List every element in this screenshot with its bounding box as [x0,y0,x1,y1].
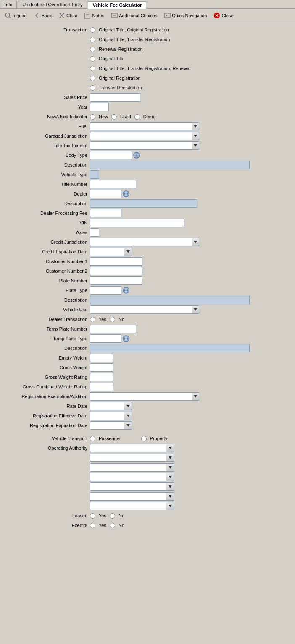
transaction-radio-1[interactable] [90,27,95,33]
registration-effective-date-label: Registration Effective Date [2,413,90,418]
dealer-transaction-no-label: No [119,317,124,322]
leased-yes-label: Yes [99,513,106,518]
operating-authority-wrapper-2 [90,454,174,462]
used-radio[interactable] [111,114,117,120]
transaction-option-5-label: Original Title, Transfer Registration, R… [99,66,190,71]
title-tax-exempt-select[interactable] [90,141,199,150]
garaged-jurisdiction-wrapper [90,132,199,140]
vehicle-use-select[interactable] [90,305,199,314]
body-type-input[interactable] [90,151,132,159]
registration-exemption-label: Registration Exemption/Addition [2,394,90,399]
gross-weight-rating-label: Gross Weight Rating [2,375,90,380]
vehicle-transport-label: Vehicle Transport [2,436,90,441]
gross-combined-weight-rating-input[interactable] [90,383,113,391]
temp-plate-number-row: Temp Plate Number [2,325,293,333]
transaction-radio-6[interactable] [90,76,95,81]
passenger-radio[interactable] [90,436,95,441]
fuel-select[interactable] [90,122,199,130]
vin-label: VIN [2,220,90,225]
gross-weight-input[interactable] [90,363,113,372]
close-button[interactable]: Close [211,11,236,20]
credit-jurisdiction-wrapper [90,238,199,246]
tab-info[interactable]: Info [0,1,17,8]
transaction-radio-7[interactable] [90,85,95,91]
toolbar: Inquire Back Clear Notes Additional Choi… [0,9,295,22]
vehicle-transport-row: Vehicle Transport Passenger Property [2,434,293,443]
svg-line-1 [9,17,11,18]
clear-button[interactable]: Clear [55,11,80,20]
plate-type-globe-icon[interactable] [122,287,130,294]
temp-description-label: Description [2,346,90,351]
customer-number-1-input[interactable] [90,257,142,266]
dealer-input[interactable] [90,190,121,198]
tab-unidentified[interactable]: Unidentified Over/Short Entry [18,1,87,8]
body-type-description-input [90,161,250,169]
year-input[interactable] [90,103,109,111]
dealer-transaction-no-radio[interactable] [110,317,115,322]
sales-price-input[interactable] [90,93,140,102]
transaction-radio-5[interactable] [90,66,95,71]
back-button[interactable]: Back [31,11,55,20]
title-number-label: Title Number [2,182,90,187]
property-radio[interactable] [141,436,147,441]
operating-authority-select-1[interactable] [90,444,174,452]
axles-input[interactable] [90,228,99,237]
operating-authority-select-7[interactable] [90,502,174,510]
dealer-processing-fee-input[interactable] [90,209,121,217]
operating-authority-select-4[interactable] [90,473,174,481]
credit-expiration-date-wrapper [90,248,132,256]
transaction-radio-3[interactable] [90,47,95,52]
transaction-row-3: Renewal Registration [2,45,293,53]
transaction-row-7: Transfer Registration [2,83,293,92]
new-used-row: New/Used Indicator New Used Demo [2,112,293,121]
dealer-transaction-yes-radio[interactable] [90,317,95,322]
new-radio[interactable] [90,114,95,120]
garaged-jurisdiction-select[interactable] [90,132,199,140]
registration-expiration-date-select[interactable] [90,421,132,430]
quick-navigation-button[interactable]: Quick Navigation [161,11,210,20]
operating-authority-select-6[interactable] [90,492,174,501]
vin-input[interactable] [90,219,184,227]
notes-button[interactable]: Notes [81,11,107,20]
rate-date-select[interactable] [90,402,132,410]
operating-authority-select-2[interactable] [90,454,174,462]
exempt-no-radio[interactable] [110,523,115,528]
temp-plate-number-input[interactable] [90,325,136,333]
additional-choices-button[interactable]: Additional Choices [108,11,160,20]
registration-effective-date-row: Registration Effective Date [2,412,293,420]
title-number-row: Title Number [2,180,293,188]
exempt-no-label: No [119,523,124,528]
dealer-globe-icon[interactable] [122,190,130,198]
sales-price-row: Sales Price [2,93,293,102]
gross-weight-rating-input[interactable] [90,373,113,381]
empty-weight-input[interactable] [90,354,113,362]
temp-plate-type-input[interactable] [90,334,121,343]
vehicle-use-wrapper [90,305,199,314]
operating-authority-select-5[interactable] [90,482,174,491]
plate-number-input[interactable] [90,276,142,285]
additional-choices-label: Additional Choices [119,13,157,18]
operating-authority-select-3[interactable] [90,463,174,472]
registration-exemption-select[interactable] [90,392,199,401]
customer-number-1-label: Customer Number 1 [2,259,90,264]
customer-number-2-input[interactable] [90,267,142,275]
gross-combined-weight-rating-row: Gross Combined Weight Rating [2,383,293,391]
leased-yes-radio[interactable] [90,513,95,519]
transaction-radio-2[interactable] [90,37,95,42]
leased-no-radio[interactable] [110,513,115,519]
gross-weight-row: Gross Weight [2,363,293,372]
tab-calculator[interactable]: Vehicle Fee Calculator [88,1,146,9]
registration-effective-date-select[interactable] [90,412,132,420]
demo-radio[interactable] [134,114,140,120]
body-type-globe-icon[interactable] [133,151,140,159]
transaction-radio-4[interactable] [90,56,95,62]
exempt-yes-radio[interactable] [90,523,95,528]
temp-plate-type-globe-icon[interactable] [122,335,130,342]
inquire-button[interactable]: Inquire [2,11,30,20]
credit-jurisdiction-select[interactable] [90,238,199,246]
credit-expiration-date-select[interactable] [90,248,132,256]
notes-label: Notes [92,13,104,18]
operating-authority-label: Opereting Authority [2,446,90,451]
title-number-input[interactable] [90,180,136,188]
plate-type-input[interactable] [90,286,121,295]
